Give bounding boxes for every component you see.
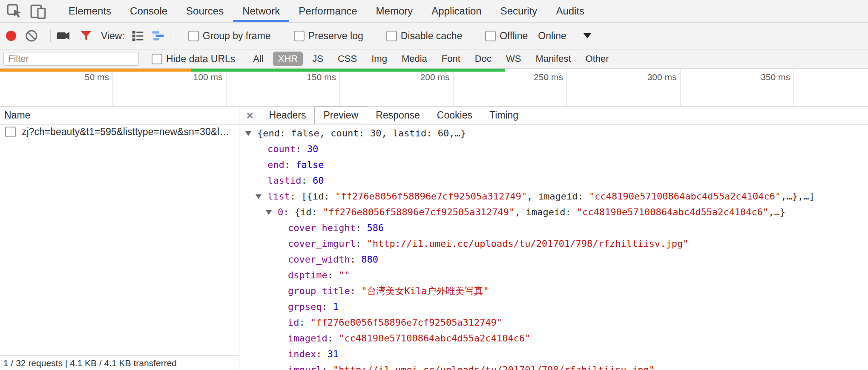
value-string: "http://i1.umei.cc/uploads/tu/201701/798… bbox=[333, 364, 655, 370]
throttling-select[interactable]: Online bbox=[538, 30, 566, 42]
tab-network[interactable]: Network bbox=[233, 0, 289, 22]
filter-pill-js[interactable]: JS bbox=[307, 52, 328, 66]
text: ,…},…] bbox=[781, 191, 814, 202]
expand-arrow-icon[interactable] bbox=[256, 188, 267, 204]
property-key: list bbox=[267, 191, 290, 202]
column-header-name[interactable]: Name bbox=[0, 107, 239, 124]
tree-row[interactable]: id: "ff276e8056f58896e7cf92505a312749" bbox=[239, 315, 868, 330]
tab-application[interactable]: Application bbox=[422, 0, 491, 22]
tree-row[interactable]: lastid: 60 bbox=[239, 173, 868, 188]
tab-memory[interactable]: Memory bbox=[367, 0, 423, 22]
expand-arrow-icon[interactable] bbox=[245, 125, 257, 141]
detail-panel: × HeadersPreviewResponseCookiesTiming {e… bbox=[239, 107, 868, 370]
detail-tab-preview[interactable]: Preview bbox=[314, 107, 367, 124]
tree-row[interactable]: dsptime: "" bbox=[239, 267, 868, 283]
text: : bbox=[285, 159, 296, 170]
tree-row[interactable]: group_title: "台湾美女Kila户外唯美写真" bbox=[239, 283, 868, 299]
inspect-element-icon[interactable] bbox=[4, 1, 24, 21]
record-dot-icon bbox=[6, 31, 16, 41]
filter-toggle-icon[interactable] bbox=[80, 29, 92, 42]
tree-row[interactable]: imageid: "cc48190e57100864abc4d55a2c4104… bbox=[239, 330, 868, 346]
filter-input[interactable] bbox=[3, 52, 139, 66]
tree-row[interactable]: list: [{id: "ff276e8056f58896e7cf92505a3… bbox=[239, 188, 868, 204]
overview-toggle-icon[interactable] bbox=[151, 29, 165, 43]
text: ,…} bbox=[768, 207, 785, 217]
property-key: dsptime bbox=[288, 270, 328, 280]
grid-line bbox=[226, 69, 227, 106]
filter-pill-ws[interactable]: WS bbox=[501, 52, 526, 66]
filter-pill-doc[interactable]: Doc bbox=[470, 52, 497, 66]
tree-row[interactable]: cover_width: 880 bbox=[239, 251, 868, 267]
tree-row[interactable]: cover_imgurl: "http://i1.umei.cc/uploads… bbox=[239, 236, 868, 251]
checkbox-label: Offline bbox=[500, 30, 528, 42]
filter-pill-other[interactable]: Other bbox=[581, 52, 614, 66]
grid-line bbox=[453, 69, 454, 106]
timeline-overview[interactable]: 50 ms100 ms150 ms200 ms250 ms300 ms350 m… bbox=[0, 69, 868, 107]
filter-pill-css[interactable]: CSS bbox=[333, 52, 362, 66]
throttling-caret-icon[interactable] bbox=[583, 33, 591, 38]
time-label: 200 ms bbox=[386, 71, 450, 83]
detail-tab-timing[interactable]: Timing bbox=[481, 107, 527, 124]
tree-row[interactable]: {end: false, count: 30, lastid: 60,…} bbox=[239, 125, 868, 141]
clear-button[interactable] bbox=[25, 29, 38, 43]
tree-row[interactable]: cover_height: 586 bbox=[239, 220, 868, 236]
separator bbox=[170, 29, 170, 42]
value-string: "ff276e8056f58896e7cf92505a312749" bbox=[335, 191, 527, 202]
checkbox-offline[interactable]: Offline bbox=[485, 30, 528, 42]
tab-security[interactable]: Security bbox=[491, 0, 547, 22]
record-button[interactable] bbox=[6, 31, 16, 41]
text: : [{id: bbox=[290, 191, 335, 202]
text: : bbox=[322, 301, 333, 312]
checkbox-box[interactable] bbox=[188, 31, 199, 41]
detail-tab-response[interactable]: Response bbox=[367, 107, 428, 124]
value-number: 60 bbox=[313, 175, 324, 186]
checkbox-disable-cache[interactable]: Disable cache bbox=[386, 30, 462, 42]
filter-pill-font[interactable]: Font bbox=[437, 52, 466, 66]
checkbox-box[interactable] bbox=[152, 54, 162, 64]
property-key: index bbox=[288, 349, 316, 359]
timeline-activity-bar bbox=[0, 69, 191, 72]
value-number: 30 bbox=[307, 144, 319, 154]
checkbox-label: Preserve log bbox=[308, 30, 363, 42]
checkbox-box[interactable] bbox=[294, 31, 305, 41]
table-row[interactable]: zj?ch=beauty&t1=595&listtype=new&sn=30&l… bbox=[0, 124, 239, 139]
tree-row[interactable]: grpseq: 1 bbox=[239, 299, 868, 315]
property-key: group_title bbox=[288, 286, 350, 296]
tab-elements[interactable]: Elements bbox=[59, 0, 121, 22]
checkbox-preserve-log[interactable]: Preserve log bbox=[294, 30, 363, 42]
filter-bar: Hide data URLs AllXHRJSCSSImgMediaFontDo… bbox=[0, 49, 868, 69]
tab-sources[interactable]: Sources bbox=[177, 0, 233, 22]
filter-pill-all[interactable]: All bbox=[248, 52, 268, 66]
value-string: "http://i1.umei.cc/uploads/tu/201701/798… bbox=[367, 238, 688, 249]
request-rows-view-icon[interactable] bbox=[131, 29, 144, 43]
tab-console[interactable]: Console bbox=[121, 0, 177, 22]
tree-row[interactable]: imgurl: "http://i1.umei.cc/uploads/tu/20… bbox=[239, 362, 868, 370]
filter-pill-xhr[interactable]: XHR bbox=[273, 52, 303, 66]
property-key: 0 bbox=[278, 207, 283, 217]
checkbox-group-by-frame[interactable]: Group by frame bbox=[188, 30, 271, 42]
checkbox-label: Hide data URLs bbox=[166, 53, 235, 65]
property-key: id bbox=[288, 317, 299, 328]
property-key: count bbox=[267, 144, 296, 154]
main-tabbar: ElementsConsoleSourcesNetworkPerformance… bbox=[0, 0, 868, 23]
tree-row[interactable]: count: 30 bbox=[239, 141, 868, 157]
tab-performance[interactable]: Performance bbox=[289, 0, 366, 22]
property-key: imgurl bbox=[288, 364, 322, 370]
filter-pill-img[interactable]: Img bbox=[366, 52, 392, 66]
checkbox-hide-data-urls[interactable]: Hide data URLs bbox=[152, 53, 235, 65]
tree-row[interactable]: end: false bbox=[239, 157, 868, 173]
tree-row[interactable]: index: 31 bbox=[239, 346, 868, 362]
detail-tab-cookies[interactable]: Cookies bbox=[428, 107, 481, 124]
filter-pill-manifest[interactable]: Manifest bbox=[530, 52, 576, 66]
tree-row[interactable]: 0: {id: "ff276e8056f58896e7cf92505a31274… bbox=[239, 204, 868, 220]
filter-pill-media[interactable]: Media bbox=[397, 52, 432, 66]
tab-audits[interactable]: Audits bbox=[546, 0, 594, 22]
detail-tab-headers[interactable]: Headers bbox=[261, 107, 315, 124]
close-icon[interactable]: × bbox=[239, 107, 261, 124]
checkbox-box[interactable] bbox=[386, 31, 397, 41]
screenshot-capture-icon[interactable] bbox=[56, 28, 71, 43]
clear-icon bbox=[25, 29, 38, 43]
expand-arrow-icon[interactable] bbox=[266, 204, 278, 220]
device-toolbar-icon[interactable] bbox=[28, 1, 49, 21]
checkbox-box[interactable] bbox=[485, 31, 496, 41]
